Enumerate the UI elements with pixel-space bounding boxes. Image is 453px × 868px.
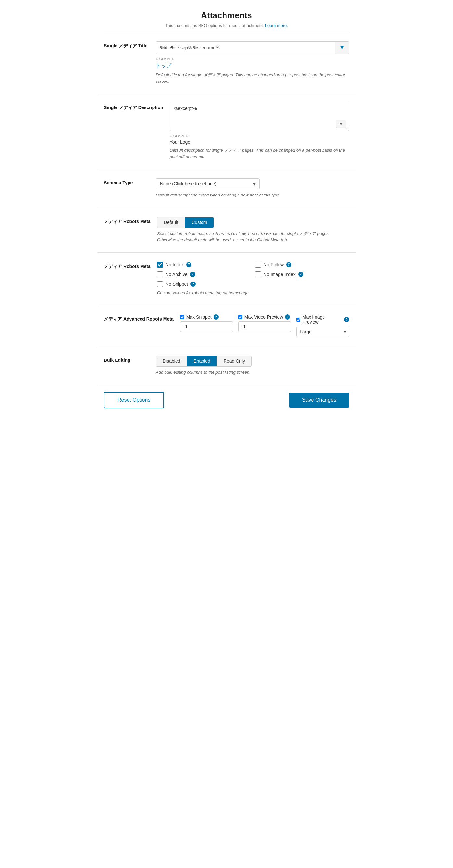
robots-meta-checkboxes-content: No Index ? No Archive ? No Snippet ? (157, 262, 349, 296)
robots-col-right: No Follow ? No Image Index ? (255, 262, 349, 287)
max-image-preview-header: Max Image Preview ? (296, 314, 349, 325)
single-title-example-value: トップ (156, 62, 349, 69)
save-changes-button[interactable]: Save Changes (289, 393, 349, 407)
chevron-down-icon: ▼ (339, 121, 343, 126)
robots-checkboxes-helper: Custom values for robots meta tag on hom… (157, 290, 349, 296)
no-snippet-help-icon[interactable]: ? (191, 282, 196, 287)
max-video-preview-input-wrapper (238, 321, 291, 332)
page-header: Attachments This tab contains SEO option… (97, 0, 356, 32)
single-title-input-wrapper: ▼ (156, 41, 349, 54)
max-image-preview-select[interactable]: Large None Standard (296, 327, 349, 337)
advanced-robots-label: メディア Advanced Robots Meta (104, 314, 173, 337)
single-description-textarea-wrapper: ▼ (170, 103, 349, 131)
robots-meta-btn-group: Default Custom (157, 217, 214, 228)
schema-type-helper: Default rich snippet selected when creat… (156, 192, 349, 198)
max-snippet-help-icon[interactable]: ? (214, 314, 219, 319)
page-title: Attachments (104, 10, 349, 21)
bulk-editing-enabled-btn[interactable]: Enabled (187, 356, 217, 366)
robots-checkboxes-grid: No Index ? No Archive ? No Snippet ? (157, 262, 349, 287)
no-follow-item: No Follow ? (255, 262, 349, 268)
max-video-preview-checkbox[interactable] (238, 315, 242, 319)
single-description-content: ▼ EXAMPLE Your Logo Default description … (170, 103, 349, 160)
no-follow-help-icon[interactable]: ? (286, 262, 291, 267)
single-title-dropdown-btn[interactable]: ▼ (335, 41, 349, 54)
max-image-preview-help-icon[interactable]: ? (344, 317, 349, 322)
no-image-index-help-icon[interactable]: ? (298, 272, 303, 277)
reset-options-button[interactable]: Reset Options (104, 392, 164, 408)
bulk-editing-content: Disabled Enabled Read Only Add bulk edit… (156, 355, 349, 376)
no-index-item: No Index ? (157, 262, 251, 268)
schema-type-select[interactable]: None (Click here to set one) Article Pro… (156, 178, 260, 189)
robots-meta-checkboxes-section: メディア Robots Meta No Index ? No Archive ?… (97, 253, 356, 306)
max-video-preview-header: Max Video Preview ? (238, 314, 291, 319)
advanced-robots-content: Max Snippet ? Max Video Preview ? (180, 314, 349, 337)
max-video-preview-label: Max Video Preview (244, 314, 283, 319)
max-snippet-checkbox[interactable] (180, 315, 184, 319)
single-title-label: Single メディア Title (104, 41, 149, 85)
max-video-preview-input[interactable] (238, 321, 291, 332)
no-archive-help-icon[interactable]: ? (190, 272, 195, 277)
schema-type-select-wrapper: None (Click here to set one) Article Pro… (156, 178, 260, 189)
single-description-dropdown-btn[interactable]: ▼ (336, 120, 346, 128)
no-follow-checkbox[interactable] (255, 262, 261, 268)
chevron-down-icon: ▼ (339, 44, 345, 51)
max-video-preview-col: Max Video Preview ? (238, 314, 291, 337)
bulk-editing-disabled-btn[interactable]: Disabled (156, 356, 187, 366)
max-snippet-label: Max Snippet (186, 314, 212, 319)
no-image-index-checkbox[interactable] (255, 272, 261, 277)
max-snippet-header: Max Snippet ? (180, 314, 233, 319)
robots-meta-toggle-content: Default Custom Select custom robots meta… (157, 217, 349, 243)
no-snippet-checkbox[interactable] (157, 281, 163, 287)
single-title-helper: Default title tag for single メディア pages.… (156, 72, 349, 85)
robots-meta-toggle-section: メディア Robots Meta Default Custom Select c… (97, 208, 356, 253)
no-snippet-item: No Snippet ? (157, 281, 251, 287)
single-description-textarea[interactable] (170, 103, 349, 129)
no-follow-label: No Follow (263, 262, 284, 267)
no-archive-item: No Archive ? (157, 272, 251, 277)
no-index-checkbox[interactable] (157, 262, 163, 268)
robots-meta-default-btn[interactable]: Default (157, 217, 185, 228)
single-title-section: Single メディア Title ▼ EXAMPLE トップ Default … (97, 32, 356, 94)
single-title-input[interactable] (156, 41, 335, 54)
max-image-preview-checkbox[interactable] (296, 318, 300, 322)
robots-meta-custom-btn[interactable]: Custom (185, 217, 214, 228)
advanced-robots-section: メディア Advanced Robots Meta Max Snippet ? … (97, 305, 356, 346)
no-archive-checkbox[interactable] (157, 272, 163, 277)
schema-type-label: Schema Type (104, 178, 149, 198)
bulk-editing-helper: Add bulk editing columns to the post lis… (156, 369, 349, 376)
max-video-preview-help-icon[interactable]: ? (285, 314, 290, 319)
no-archive-label: No Archive (165, 272, 188, 277)
max-snippet-col: Max Snippet ? (180, 314, 233, 337)
max-snippet-input-wrapper (180, 321, 233, 332)
max-image-preview-select-wrapper: Large None Standard (296, 327, 349, 337)
bulk-editing-section: Bulk Editing Disabled Enabled Read Only … (97, 346, 356, 385)
single-desc-example-label: EXAMPLE (170, 134, 349, 138)
advanced-robots-grid: Max Snippet ? Max Video Preview ? (180, 314, 349, 337)
single-description-section: Single メディア Description ▼ EXAMPLE Your L… (97, 94, 356, 169)
no-image-index-label: No Image Index (263, 272, 296, 277)
no-image-index-item: No Image Index ? (255, 272, 349, 277)
no-snippet-label: No Snippet (165, 282, 188, 287)
footer-bar: Reset Options Save Changes (97, 385, 356, 415)
page-subtitle: This tab contains SEO options for media … (104, 23, 349, 28)
single-title-example-label: EXAMPLE (156, 57, 349, 61)
max-snippet-input[interactable] (180, 321, 233, 332)
robots-meta-checkboxes-label: メディア Robots Meta (104, 262, 151, 296)
robots-meta-toggle-helper: Select custom robots meta, such as nofol… (157, 230, 349, 243)
max-image-preview-col: Max Image Preview ? Large None Standard (296, 314, 349, 337)
no-index-help-icon[interactable]: ? (186, 262, 191, 267)
robots-col-left: No Index ? No Archive ? No Snippet ? (157, 262, 251, 287)
subtitle-text: This tab contains SEO options for media … (165, 23, 264, 28)
single-description-label: Single メディア Description (104, 103, 163, 160)
learn-more-link[interactable]: Learn more. (265, 23, 288, 28)
bulk-editing-readonly-btn[interactable]: Read Only (217, 356, 252, 366)
bulk-editing-label: Bulk Editing (104, 355, 149, 376)
robots-meta-toggle-label: メディア Robots Meta (104, 217, 151, 243)
max-image-preview-label: Max Image Preview (302, 314, 342, 325)
bulk-editing-btn-group: Disabled Enabled Read Only (156, 355, 252, 367)
schema-type-section: Schema Type None (Click here to set one)… (97, 169, 356, 208)
single-desc-helper: Default description for single メディア page… (170, 147, 349, 160)
single-title-content: ▼ EXAMPLE トップ Default title tag for sing… (156, 41, 349, 85)
no-index-label: No Index (165, 262, 184, 267)
single-desc-example-value: Your Logo (170, 139, 349, 145)
